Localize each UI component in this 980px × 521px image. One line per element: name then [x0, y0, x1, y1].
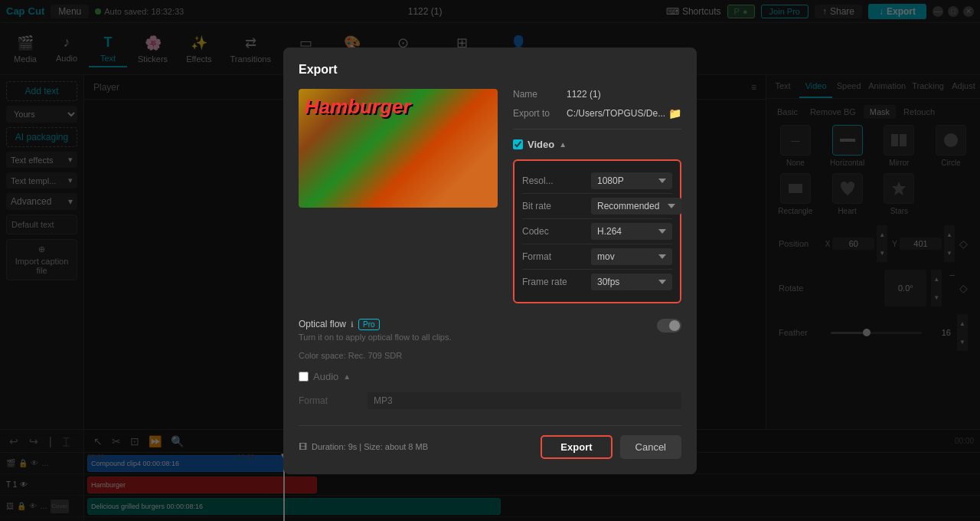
export-modal: Export Hamburger Name 1122 (1) Export to…	[283, 48, 697, 474]
optical-flow-row: Optical flow ℹ Pro Turn it on to apply o…	[299, 313, 681, 348]
pro-tag: Pro	[358, 319, 380, 330]
colorspace-label: Color space: Rec. 709 SDR	[299, 348, 681, 363]
toggle-handle	[669, 320, 680, 331]
optical-flow-toggle[interactable]	[657, 319, 681, 333]
resolution-row: Resol... 1080P 720P 2K 4K	[522, 169, 672, 194]
modal-form: Name 1122 (1) Export to C:/Users/TOPGUS/…	[513, 89, 681, 313]
browse-folder-button[interactable]: 📁	[668, 107, 681, 120]
export-button[interactable]: Export	[541, 435, 612, 459]
bitrate-row: Bit rate Recommended Low High	[522, 194, 672, 219]
name-row: Name 1122 (1)	[513, 89, 681, 100]
format-row: Format mov mp4 avi	[522, 244, 672, 270]
video-settings-box: Resol... 1080P 720P 2K 4K Bit rate Recom…	[513, 159, 681, 303]
codec-row: Codec H.264 H.265 ProRes	[522, 219, 672, 244]
preview-container: Hamburger	[299, 89, 498, 208]
optical-info-icon: ℹ	[351, 320, 354, 329]
format-select[interactable]: mov mp4 avi	[591, 248, 672, 265]
codec-label: Codec	[522, 226, 591, 237]
modal-footer: 🎞 Duration: 9s | Size: about 8 MB Export…	[299, 425, 681, 459]
audio-header: Audio ▲	[299, 371, 681, 382]
framerate-row: Frame rate 30fps 24fps 25fps 60fps	[522, 270, 672, 294]
cancel-button[interactable]: Cancel	[620, 435, 681, 459]
audio-checkbox[interactable]	[299, 372, 309, 382]
footer-buttons: Export Cancel	[541, 435, 681, 459]
video-section-label: Video	[528, 139, 554, 150]
optical-left: Optical flow ℹ Pro Turn it on to apply o…	[299, 319, 657, 342]
modal-overlay: Export Hamburger Name 1122 (1) Export to…	[0, 0, 980, 521]
footer-info: 🎞 Duration: 9s | Size: about 8 MB	[299, 442, 428, 451]
divider-1	[513, 129, 681, 129]
resolution-label: Resol...	[522, 175, 591, 186]
modal-title: Export	[299, 63, 681, 77]
format-label: Format	[522, 251, 591, 262]
framerate-select[interactable]: 30fps 24fps 25fps 60fps	[591, 274, 672, 290]
modal-preview: Hamburger	[299, 89, 498, 208]
video-collapse-icon[interactable]: ▲	[559, 140, 567, 149]
audio-section: Audio ▲ Format MP3 AAC WAV	[299, 371, 681, 413]
bitrate-label: Bit rate	[522, 201, 591, 211]
burger-preview-title: Hamburger	[305, 95, 411, 119]
audio-format-row: Format MP3 AAC WAV	[299, 388, 681, 413]
video-checkbox[interactable]	[513, 139, 523, 149]
name-value: 1122 (1)	[567, 89, 681, 100]
audio-collapse-icon[interactable]: ▲	[343, 372, 351, 381]
export-to-label: Export to	[513, 108, 567, 119]
export-to-row: Export to C:/Users/TOPGUS/De... 📁	[513, 107, 681, 120]
export-path-value: C:/Users/TOPGUS/De...	[567, 108, 668, 119]
audio-format-select[interactable]: MP3 AAC WAV	[368, 392, 681, 409]
framerate-label: Frame rate	[522, 277, 591, 287]
audio-section-label: Audio	[313, 371, 338, 382]
name-label: Name	[513, 89, 567, 100]
audio-format-label: Format	[299, 395, 368, 406]
optical-flow-label: Optical flow	[299, 319, 346, 329]
modal-top-section: Hamburger Name 1122 (1) Export to C:/Use…	[299, 89, 681, 313]
optical-flow-desc: Turn it on to apply optical flow to all …	[299, 333, 657, 342]
resolution-select[interactable]: 1080P 720P 2K 4K	[591, 172, 672, 189]
bitrate-select[interactable]: Recommended Low High	[591, 198, 681, 215]
video-section-header: Video ▲	[513, 139, 681, 150]
duration-info: Duration: 9s | Size: about 8 MB	[312, 442, 428, 451]
film-icon: 🎞	[299, 442, 307, 451]
optical-header: Optical flow ℹ Pro	[299, 319, 657, 330]
codec-select[interactable]: H.264 H.265 ProRes	[591, 223, 672, 240]
